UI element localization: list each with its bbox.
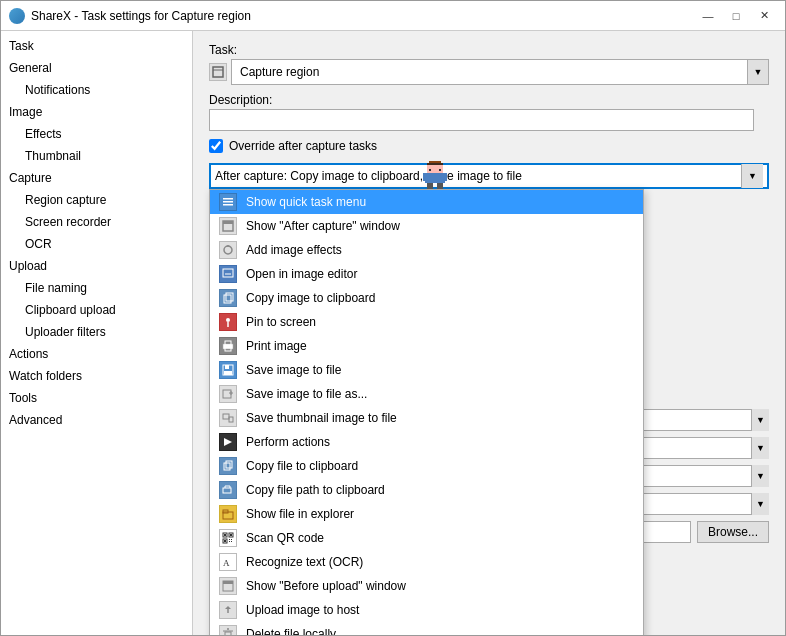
qr-icon	[218, 528, 238, 548]
sidebar-item-clipboard-upload[interactable]: Clipboard upload	[1, 299, 192, 321]
svg-rect-41	[229, 539, 230, 540]
sidebar-item-capture[interactable]: Capture	[1, 167, 192, 189]
svg-rect-44	[231, 541, 232, 542]
svg-rect-62	[423, 173, 427, 181]
menu-item-copy-file-path[interactable]: Copy file path to clipboard	[210, 478, 643, 502]
description-label: Description:	[209, 93, 769, 107]
sidebar-item-ocr[interactable]: OCR	[1, 233, 192, 255]
menu-item-label: Show "After capture" window	[246, 219, 400, 233]
svg-rect-21	[223, 390, 231, 398]
after-capture-dropdown-arrow[interactable]: ▼	[741, 164, 763, 188]
menu-item-copy-image-clipboard[interactable]: Copy image to clipboard	[210, 286, 643, 310]
sidebar: Task General Notifications Image Effects…	[1, 31, 193, 635]
menu-item-before-upload-window[interactable]: Show "Before upload" window	[210, 574, 643, 598]
override-label: Override after capture tasks	[229, 139, 377, 153]
minimize-button[interactable]: —	[695, 6, 721, 26]
browse-button[interactable]: Browse...	[697, 521, 769, 543]
copy-icon	[218, 288, 238, 308]
svg-rect-58	[429, 169, 431, 171]
sidebar-item-screen-recorder[interactable]: Screen recorder	[1, 211, 192, 233]
task-label: Task:	[209, 43, 769, 57]
path-icon	[218, 480, 238, 500]
svg-rect-42	[231, 539, 232, 540]
window-title: ShareX - Task settings for Capture regio…	[31, 9, 251, 23]
menu-item-label: Save image to file	[246, 363, 341, 377]
sidebar-item-effects[interactable]: Effects	[1, 123, 192, 145]
sidebar-item-task[interactable]: Task	[1, 35, 192, 57]
main-content: Task General Notifications Image Effects…	[1, 31, 785, 635]
sidebar-item-region-capture[interactable]: Region capture	[1, 189, 192, 211]
svg-rect-25	[229, 417, 233, 422]
svg-rect-65	[437, 183, 443, 189]
menu-item-save-image-file[interactable]: Save image to file	[210, 358, 643, 382]
upload-window-icon	[218, 576, 238, 596]
svg-rect-9	[223, 269, 233, 277]
sidebar-item-thumbnail[interactable]: Thumbnail	[1, 145, 192, 167]
svg-rect-19	[225, 365, 229, 369]
menu-item-label: Print image	[246, 339, 307, 353]
sidebar-item-actions[interactable]: Actions	[1, 343, 192, 365]
effects-icon	[218, 240, 238, 260]
menu-item-show-file-explorer[interactable]: Show file in explorer	[210, 502, 643, 526]
main-window: ShareX - Task settings for Capture regio…	[0, 0, 786, 636]
svg-marker-49	[225, 606, 231, 609]
task-select[interactable]: Capture region	[231, 59, 769, 85]
title-bar-left: ShareX - Task settings for Capture regio…	[9, 8, 251, 24]
menu-item-scan-qr-code[interactable]: Scan QR code	[210, 526, 643, 550]
sidebar-item-tools[interactable]: Tools	[1, 387, 192, 409]
task-row: Task: Capture region ▼	[209, 43, 769, 85]
svg-rect-61	[425, 173, 445, 183]
menu-item-open-image-editor[interactable]: Open in image editor	[210, 262, 643, 286]
menu-item-label: Save thumbnail image to file	[246, 411, 397, 425]
description-input[interactable]	[209, 109, 754, 131]
svg-rect-38	[230, 534, 232, 536]
svg-rect-55	[429, 163, 441, 165]
delete-icon	[218, 624, 238, 635]
close-button[interactable]: ✕	[751, 6, 777, 26]
svg-rect-59	[439, 169, 441, 171]
menu-item-add-image-effects[interactable]: Add image effects	[210, 238, 643, 262]
menu-item-after-capture-window[interactable]: Show "After capture" window	[210, 214, 643, 238]
menu-item-label: Upload image to host	[246, 603, 359, 617]
svg-rect-40	[224, 540, 226, 542]
sidebar-item-file-naming[interactable]: File naming	[1, 277, 192, 299]
menu-item-upload-image-host[interactable]: Upload image to host	[210, 598, 643, 622]
sidebar-item-upload[interactable]: Upload	[1, 255, 192, 277]
svg-rect-43	[229, 541, 230, 542]
sidebar-item-uploader-filters[interactable]: Uploader filters	[1, 321, 192, 343]
sidebar-item-watch-folders[interactable]: Watch folders	[1, 365, 192, 387]
svg-rect-12	[226, 293, 233, 301]
after-capture-value: After capture: Copy image to clipboard, …	[215, 169, 741, 183]
menu-item-label: Copy file to clipboard	[246, 459, 358, 473]
svg-rect-27	[224, 463, 230, 470]
menu-item-save-thumbnail[interactable]: Save thumbnail image to file	[210, 406, 643, 430]
svg-rect-47	[223, 581, 233, 584]
maximize-button[interactable]: □	[723, 6, 749, 26]
menu-item-quick-task-menu[interactable]: Show quick task menu	[210, 190, 643, 214]
menu-item-delete-file-locally[interactable]: Delete file locally	[210, 622, 643, 635]
sidebar-item-general[interactable]: General	[1, 57, 192, 79]
menu-item-pin-to-screen[interactable]: Pin to screen	[210, 310, 643, 334]
menu-item-save-image-file-as[interactable]: Save image to file as...	[210, 382, 643, 406]
sidebar-item-notifications[interactable]: Notifications	[1, 79, 192, 101]
task-icon	[209, 63, 227, 81]
svg-rect-3	[223, 201, 233, 203]
svg-point-7	[224, 246, 232, 254]
svg-rect-6	[223, 221, 233, 224]
menu-item-perform-actions[interactable]: Perform actions	[210, 430, 643, 454]
menu-item-print-image[interactable]: Print image	[210, 334, 643, 358]
sidebar-item-image[interactable]: Image	[1, 101, 192, 123]
right-panel: Task: Capture region ▼ Description:	[193, 31, 785, 635]
menu-item-copy-file-clipboard[interactable]: Copy file to clipboard	[210, 454, 643, 478]
svg-rect-28	[226, 461, 232, 468]
menu-item-recognize-text[interactable]: A Recognize text (OCR)	[210, 550, 643, 574]
override-checkbox[interactable]	[209, 139, 223, 153]
save-as-icon	[218, 384, 238, 404]
editor-icon	[218, 264, 238, 284]
copy-file-icon	[218, 456, 238, 476]
svg-rect-50	[225, 632, 231, 635]
print-icon	[218, 336, 238, 356]
sidebar-item-advanced[interactable]: Advanced	[1, 409, 192, 431]
explorer-icon	[218, 504, 238, 524]
thumbnail-icon	[218, 408, 238, 428]
